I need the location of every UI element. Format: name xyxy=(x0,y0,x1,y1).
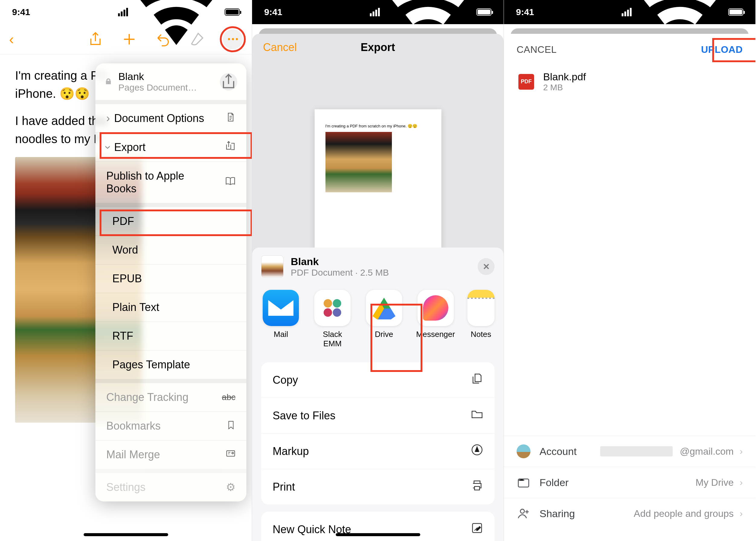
notes-icon xyxy=(467,290,494,326)
undo-icon[interactable] xyxy=(155,31,171,47)
print-icon xyxy=(471,479,483,494)
mail-icon xyxy=(263,290,299,326)
file-row[interactable]: PDF Blank.pdf 2 MB xyxy=(504,66,755,98)
bookmark-icon xyxy=(227,420,236,432)
messenger-icon xyxy=(417,290,454,326)
folder-outline-icon xyxy=(516,475,530,489)
status-bar: 9:41 xyxy=(0,0,252,24)
copy-icon xyxy=(471,372,483,387)
status-bar: 9:41 xyxy=(252,0,503,24)
body-text: I'm creating a PD xyxy=(15,69,108,82)
menu-change-tracking[interactable]: Change Tracking abc xyxy=(95,379,246,411)
home-indicator xyxy=(84,533,168,536)
battery-icon xyxy=(225,8,240,16)
share-sheet: Blank PDF Document · 2.5 MB ✕ Mail Slack… xyxy=(252,248,503,541)
file-name: Blank.pdf xyxy=(543,71,586,83)
drive-upload-sheet: CANCEL UPLOAD PDF Blank.pdf 2 MB Account… xyxy=(504,34,755,541)
doc-title: Blank xyxy=(118,71,214,82)
menu-plain-text[interactable]: Plain Text xyxy=(95,293,246,321)
menu-bookmarks[interactable]: Bookmarks xyxy=(95,411,246,440)
folder-icon xyxy=(471,408,483,423)
book-icon xyxy=(225,176,236,189)
menu-pdf[interactable]: PDF xyxy=(95,203,246,236)
markup-icon xyxy=(471,444,483,459)
highlight-circle xyxy=(220,26,246,52)
screen-pages-export-menu: 9:41 ‹ I'm creating a PDiPhone. 😯😯 I hav… xyxy=(0,0,252,541)
menu-settings[interactable]: Settings ⚙︎ xyxy=(95,469,246,501)
sheet-header: Cancel Export xyxy=(252,34,503,61)
slack-icon xyxy=(314,290,351,326)
app-slack[interactable]: Slack EMM xyxy=(313,290,352,348)
person-add-icon xyxy=(516,507,530,520)
chevron-right-icon: › xyxy=(740,508,743,519)
menu-epub[interactable]: EPUB xyxy=(95,264,246,293)
upload-button[interactable]: UPLOAD xyxy=(701,44,743,55)
add-icon[interactable] xyxy=(121,31,137,47)
share-title: Blank xyxy=(291,256,389,268)
cancel-button[interactable]: Cancel xyxy=(263,41,297,54)
quicknote-icon xyxy=(471,522,483,537)
menu-pages-template[interactable]: Pages Template xyxy=(95,350,246,379)
sheet-title: Export xyxy=(361,41,395,54)
brush-icon[interactable] xyxy=(189,31,205,47)
more-button[interactable] xyxy=(223,29,243,49)
back-button[interactable]: ‹ xyxy=(9,31,14,47)
cellular-icon xyxy=(118,8,128,16)
status-time: 9:41 xyxy=(264,7,282,17)
highlight-drive xyxy=(371,304,422,372)
menu-export[interactable]: ›Export xyxy=(95,133,246,162)
document-icon xyxy=(226,112,236,125)
action-quick-note[interactable]: New Quick Note xyxy=(261,512,494,541)
share-icon[interactable] xyxy=(88,31,103,47)
svg-point-5 xyxy=(520,509,524,513)
mailmerge-icon xyxy=(226,448,236,461)
home-indicator xyxy=(336,533,420,536)
row-account[interactable]: Account @gmail.com› xyxy=(504,436,755,467)
menu-rtf[interactable]: RTF xyxy=(95,321,246,350)
pdf-icon: PDF xyxy=(518,74,534,90)
share-actions-2: New Quick Note xyxy=(261,512,494,541)
gear-icon: ⚙︎ xyxy=(226,481,236,494)
close-button[interactable]: ✕ xyxy=(478,258,494,275)
svg-point-1 xyxy=(232,452,233,454)
drive-header: CANCEL UPLOAD xyxy=(504,34,755,66)
avatar-icon xyxy=(516,444,530,458)
menu-document-options[interactable]: ›Document Options xyxy=(95,100,246,133)
action-markup[interactable]: Markup xyxy=(261,433,494,469)
doc-subtitle: Pages Document… xyxy=(118,82,214,93)
action-print[interactable]: Print xyxy=(261,469,494,504)
cellular-icon xyxy=(622,8,632,16)
app-mail[interactable]: Mail xyxy=(261,290,301,348)
row-sharing[interactable]: Sharing Add people and groups› xyxy=(504,498,755,529)
upload-options: Account @gmail.com› Folder My Drive› Sha… xyxy=(504,436,755,529)
chevron-right-icon: › xyxy=(740,477,743,488)
app-notes[interactable]: Notes xyxy=(467,290,494,348)
tracking-icon: abc xyxy=(222,392,236,402)
preview-image xyxy=(326,132,392,192)
menu-word[interactable]: Word xyxy=(95,236,246,264)
share-actions: Copy Save to Files Markup Print xyxy=(261,362,494,504)
share-thumbnail xyxy=(261,256,284,278)
cancel-button[interactable]: CANCEL xyxy=(516,44,557,55)
export-icon xyxy=(225,141,236,154)
preview-text: I'm creating a PDF from scratch on my iP… xyxy=(326,124,430,128)
screen-drive-upload: 9:41 CANCEL UPLOAD PDF Blank.pdf 2 MB Ac… xyxy=(503,0,755,541)
chevron-right-icon: › xyxy=(740,446,743,456)
doc-share-button[interactable] xyxy=(220,73,237,91)
cellular-icon xyxy=(370,8,380,16)
status-time: 9:41 xyxy=(12,7,30,17)
battery-icon xyxy=(728,8,743,16)
menu-mail-merge[interactable]: Mail Merge xyxy=(95,440,246,469)
lock-icon: 🔒︎ xyxy=(105,77,112,86)
share-header: Blank PDF Document · 2.5 MB ✕ xyxy=(252,248,503,285)
menu-publish[interactable]: Publish to Apple Books xyxy=(95,162,246,203)
row-folder[interactable]: Folder My Drive› xyxy=(504,467,755,498)
screen-share-sheet: 9:41 Cancel Export I'm creating a PDF fr… xyxy=(252,0,503,541)
share-subtitle: PDF Document · 2.5 MB xyxy=(291,268,389,278)
action-save-files[interactable]: Save to Files xyxy=(261,398,494,433)
popover-header: 🔒︎ Blank Pages Document… xyxy=(95,63,246,100)
file-size: 2 MB xyxy=(543,83,586,92)
document-menu-popover: 🔒︎ Blank Pages Document… ›Document Optio… xyxy=(95,63,246,501)
redacted-email xyxy=(600,446,673,456)
status-time: 9:41 xyxy=(516,7,534,17)
